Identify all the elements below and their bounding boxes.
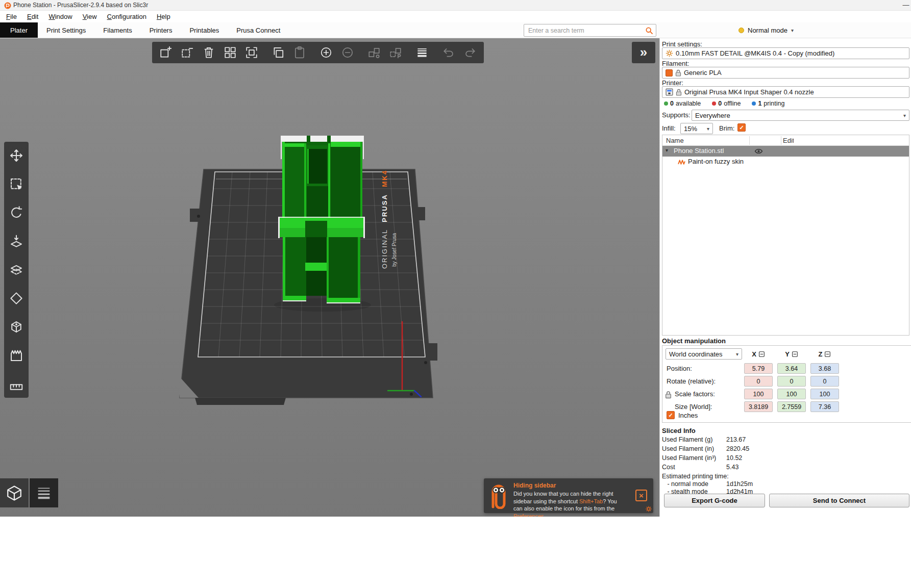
menu-window[interactable]: Window — [43, 11, 77, 22]
status-available[interactable]: 0 available — [664, 100, 701, 107]
print-settings-combo[interactable]: 0.10mm FAST DETAIL @MK4IS 0.4 - Copy (mo… — [662, 47, 909, 59]
undo-icon[interactable] — [442, 46, 455, 59]
status-offline[interactable]: 0 offline — [712, 100, 741, 107]
blue-dot-icon — [752, 101, 756, 106]
scale-z-field[interactable] — [810, 389, 839, 399]
search-icon[interactable] — [645, 27, 653, 35]
menu-configuration[interactable]: Configuration — [102, 11, 152, 22]
add-object-icon[interactable] — [159, 46, 173, 59]
variable-layer-height-icon[interactable] — [415, 46, 429, 59]
move-tool-icon[interactable] — [9, 148, 24, 163]
seam-paint-tool-icon[interactable] — [9, 319, 24, 335]
mirror-y-icon[interactable] — [792, 351, 798, 357]
bed-brand-prusa: PRUSA — [381, 194, 388, 222]
split-to-objects-icon[interactable] — [367, 46, 381, 59]
chevron-down-icon: ▾ — [791, 28, 794, 33]
mirror-z-icon[interactable] — [824, 351, 831, 357]
coordinates-combo[interactable]: World coordinates ▾ — [666, 348, 742, 360]
infill-combo[interactable]: 15% ▾ — [680, 123, 713, 134]
eye-icon[interactable] — [754, 147, 763, 155]
notification-settings-gear-icon[interactable] — [646, 506, 652, 512]
fuzzy-skin-tool-icon[interactable] — [9, 348, 24, 363]
scale-x-field[interactable] — [744, 389, 773, 399]
tab-plater[interactable]: Plater — [0, 22, 38, 38]
scale-y-field[interactable] — [777, 389, 806, 399]
size-y-field[interactable] — [777, 401, 806, 412]
split-to-parts-icon[interactable] — [389, 46, 402, 59]
menu-view[interactable]: View — [78, 11, 102, 22]
rotate-z-field[interactable] — [810, 376, 839, 387]
arrange-icon[interactable] — [224, 46, 237, 59]
position-x-field[interactable] — [744, 363, 773, 374]
minimize-button[interactable]: — — [897, 0, 911, 11]
search-input[interactable] — [524, 24, 656, 36]
notification-body: Did you know that you can hide the right… — [513, 490, 619, 517]
menu-file[interactable]: File — [1, 11, 22, 22]
sliced-label: Used Filament (in³) — [662, 454, 716, 462]
sliced-value: 1d1h25m — [726, 480, 753, 488]
supports-combo[interactable]: Everywhere ▾ — [692, 110, 909, 121]
position-y-field[interactable] — [777, 363, 806, 374]
view-switcher — [0, 478, 58, 507]
modifier-row[interactable]: Paint-on fuzzy skin — [662, 157, 909, 167]
bed-brand-mk4: MK4 — [381, 170, 388, 187]
preferences-link[interactable]: Preferences — [513, 513, 544, 517]
menu-help[interactable]: Help — [152, 11, 176, 22]
mirror-x-icon[interactable] — [758, 351, 765, 357]
tab-filaments[interactable]: Filaments — [94, 22, 140, 38]
printing-label: printing — [764, 100, 784, 107]
paste-icon[interactable] — [293, 46, 306, 59]
object-row-selected[interactable]: ▾ Phone Station.stl — [662, 146, 909, 157]
object-manipulation-panel: World coordinates ▾ X Y Z Position: Rota… — [662, 345, 911, 423]
rotate-x-field[interactable] — [744, 376, 773, 387]
shortcut-link[interactable]: Shift+Tab — [579, 498, 603, 504]
scale-tool-icon[interactable] — [9, 176, 24, 192]
scene-canvas[interactable]: ORIGINAL PRUSA MK4 by Josef Prusa — [0, 38, 659, 517]
mode-selector[interactable]: Normal mode ▾ — [738, 22, 794, 38]
preview-view-button[interactable] — [30, 478, 58, 507]
send-to-button[interactable]: Send to Connect — [769, 494, 909, 507]
collapse-sidebar-button[interactable]: » — [632, 42, 655, 63]
filament-combo[interactable]: Generic PLA — [662, 67, 909, 79]
brim-checkbox[interactable]: ✓ — [737, 123, 746, 132]
arrange-current-bed-icon[interactable] — [245, 46, 258, 59]
viewport-3d[interactable]: ORIGINAL PRUSA MK4 by Josef Prusa — [0, 38, 659, 517]
bed-brand-original: ORIGINAL — [381, 229, 388, 269]
menu-edit[interactable]: Edit — [22, 11, 43, 22]
rotate-tool-icon[interactable] — [9, 205, 24, 220]
brim-label: Brim: — [719, 124, 734, 132]
status-printing[interactable]: 1 printing — [752, 100, 784, 107]
support-paint-tool-icon[interactable] — [9, 291, 24, 306]
delete-all-icon[interactable] — [202, 46, 215, 59]
copy-icon[interactable] — [272, 46, 285, 59]
red-dot-icon — [712, 101, 716, 106]
axis-z-label: Z — [819, 350, 823, 358]
notification-close-button[interactable]: × — [635, 490, 647, 501]
cut-tool-icon[interactable] — [9, 262, 24, 277]
position-z-field[interactable] — [810, 363, 839, 374]
uniform-scale-lock-icon[interactable] — [665, 391, 672, 399]
measure-tool-icon[interactable] — [9, 376, 24, 392]
rotate-y-field[interactable] — [777, 376, 806, 387]
size-x-field[interactable] — [744, 401, 773, 412]
redo-icon[interactable] — [463, 46, 477, 59]
editor-view-button[interactable] — [0, 478, 29, 507]
place-on-face-tool-icon[interactable] — [9, 234, 24, 249]
tab-printables[interactable]: Printables — [181, 22, 228, 38]
tab-print-settings[interactable]: Print Settings — [38, 22, 94, 38]
close-icon: × — [639, 491, 644, 500]
supports-label: Supports: — [662, 111, 691, 119]
tab-prusa-connect[interactable]: Prusa Connect — [228, 22, 289, 38]
size-z-field[interactable] — [810, 401, 839, 412]
chevron-down-icon[interactable]: ▾ — [666, 147, 668, 153]
add-instance-icon[interactable] — [319, 46, 333, 59]
remove-instance-icon[interactable] — [341, 46, 354, 59]
export-gcode-button[interactable]: Export G-code — [664, 494, 765, 507]
lock-icon — [676, 89, 682, 96]
tab-printers[interactable]: Printers — [141, 22, 181, 38]
delete-object-icon[interactable] — [181, 46, 194, 59]
inches-checkbox[interactable]: ✓ — [667, 411, 675, 419]
model-phone-station[interactable] — [274, 136, 371, 312]
prusa-mascot-icon — [488, 483, 509, 509]
printer-combo[interactable]: Original Pr​usa MK4 Input Shaper 0.4 noz… — [662, 86, 909, 98]
